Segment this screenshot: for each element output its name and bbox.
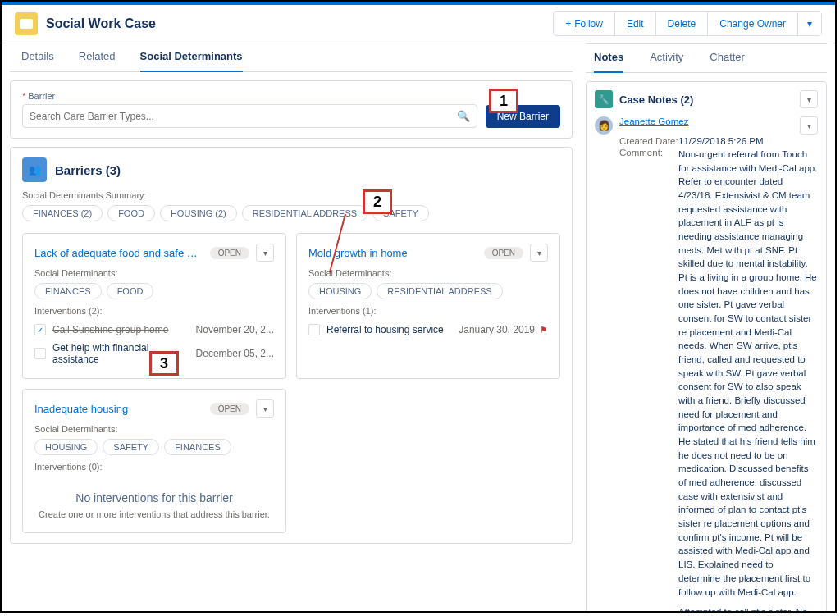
barrier-card: Inadequate housing OPEN Social Determina… — [22, 389, 286, 533]
barriers-heading: Barriers (3) — [55, 163, 121, 177]
interventions-label: Interventions (1): — [308, 306, 548, 316]
determinants-label: Social Determinants: — [34, 424, 274, 434]
no-interventions-title: No interventions for this barrier — [34, 491, 274, 504]
intervention-date: January 30, 2019 — [459, 324, 535, 335]
determinant-pill[interactable]: FINANCES — [34, 283, 102, 299]
side-tabs: Notes Activity Chatter — [586, 43, 827, 73]
summary-pill[interactable]: HOUSING (2) — [160, 205, 237, 221]
determinant-pill[interactable]: SAFETY — [103, 439, 159, 455]
tab-related[interactable]: Related — [79, 50, 116, 71]
avatar-icon: 👩 — [595, 116, 613, 135]
barrier-menu-button[interactable] — [256, 399, 274, 418]
edit-button[interactable]: Edit — [615, 12, 656, 35]
summary-pill[interactable]: FINANCES (2) — [22, 205, 103, 221]
delete-button[interactable]: Delete — [656, 12, 709, 35]
created-date-value: 11/29/2018 5:26 PM — [678, 136, 764, 146]
side-tab-notes[interactable]: Notes — [594, 51, 623, 73]
header-actions: +Follow Edit Delete Change Owner ▾ — [553, 11, 822, 36]
record-type-icon — [15, 12, 38, 35]
summary-pill[interactable]: RESIDENTIAL ADDRESS — [242, 205, 368, 221]
intervention-checkbox[interactable] — [34, 348, 46, 359]
determinant-pill[interactable]: HOUSING — [308, 283, 372, 299]
determinant-pill[interactable]: HOUSING — [34, 439, 98, 455]
more-actions-button[interactable]: ▾ — [798, 12, 821, 35]
summary-pill[interactable]: FOOD — [107, 205, 155, 221]
side-tab-activity[interactable]: Activity — [650, 51, 683, 72]
no-interventions-sub: Create one or more interventions that ad… — [34, 509, 274, 519]
intervention-row: Referral to housing service January 30, … — [308, 321, 548, 339]
tab-details[interactable]: Details — [21, 50, 54, 71]
search-icon: 🔍 — [457, 110, 470, 122]
intervention-text: Call Sunshine group home — [52, 324, 196, 335]
annotation-callout-3: 3 — [149, 351, 179, 376]
status-badge: OPEN — [210, 247, 249, 259]
intervention-date: December 05, 2... — [196, 348, 274, 359]
intervention-checkbox[interactable] — [34, 324, 46, 335]
record-header: Social Work Case +Follow Edit Delete Cha… — [2, 5, 835, 43]
annotation-callout-2: 2 — [363, 189, 392, 214]
barrier-card: Mold growth in home OPEN Social Determin… — [296, 233, 560, 379]
notes-menu-button[interactable] — [800, 90, 818, 108]
status-badge: OPEN — [484, 247, 523, 259]
barrier-search-input[interactable] — [30, 111, 457, 122]
comment-text: Non-urgent referral from Touch for assis… — [678, 148, 818, 613]
main-tabs: Details Related Social Determinants — [10, 43, 573, 72]
determinant-pill[interactable]: FOOD — [107, 283, 154, 299]
flag-icon: ⚑ — [540, 325, 548, 335]
comment-label: Comment: — [619, 148, 678, 613]
determinants-label: Social Determinants: — [308, 268, 548, 278]
intervention-checkbox[interactable] — [308, 324, 320, 335]
created-date-label: Created Date: — [619, 136, 678, 146]
summary-label: Social Determinants Summary: — [22, 190, 560, 200]
tab-social-determinants[interactable]: Social Determinants — [140, 50, 243, 72]
case-note-item: 👩 Jeanette Gomez Created Date: 11/29/201… — [595, 116, 818, 613]
note-author-link[interactable]: Jeanette Gomez — [619, 116, 688, 126]
determinants-label: Social Determinants: — [34, 268, 274, 278]
barriers-icon: 👥 — [22, 157, 47, 182]
status-badge: OPEN — [210, 403, 249, 415]
barrier-title-link[interactable]: Lack of adequate food and safe drinking … — [34, 247, 203, 259]
case-notes-title: Case Notes (2) — [619, 94, 793, 106]
summary-pills: FINANCES (2) FOOD HOUSING (2) RESIDENTIA… — [22, 205, 560, 221]
interventions-label: Interventions (2): — [34, 306, 274, 316]
intervention-text: Referral to housing service — [326, 324, 459, 335]
follow-button[interactable]: +Follow — [554, 12, 615, 35]
determinant-pill[interactable]: FINANCES — [164, 439, 231, 455]
determinant-pill[interactable]: RESIDENTIAL ADDRESS — [377, 283, 502, 299]
intervention-row: Call Sunshine group home November 20, 2.… — [34, 321, 274, 339]
change-owner-button[interactable]: Change Owner — [708, 12, 798, 35]
barrier-title-link[interactable]: Inadequate housing — [34, 403, 203, 415]
barriers-card: 👥 Barriers (3) Social Determinants Summa… — [10, 147, 573, 544]
annotation-callout-1: 1 — [489, 89, 518, 113]
case-notes-card: 🔧 Case Notes (2) 👩 Jeanette Gomez Create… — [586, 81, 827, 613]
barrier-menu-button[interactable] — [530, 244, 548, 262]
page-title: Social Work Case — [46, 16, 156, 31]
barrier-search-box[interactable]: 🔍 — [22, 104, 477, 128]
interventions-label: Interventions (0): — [34, 462, 274, 472]
barrier-label: *Barrier — [22, 91, 560, 101]
notes-icon: 🔧 — [595, 90, 613, 108]
note-menu-button[interactable] — [800, 116, 818, 135]
side-tab-chatter[interactable]: Chatter — [710, 51, 745, 72]
intervention-date: November 20, 2... — [196, 324, 274, 335]
barrier-menu-button[interactable] — [256, 244, 274, 262]
